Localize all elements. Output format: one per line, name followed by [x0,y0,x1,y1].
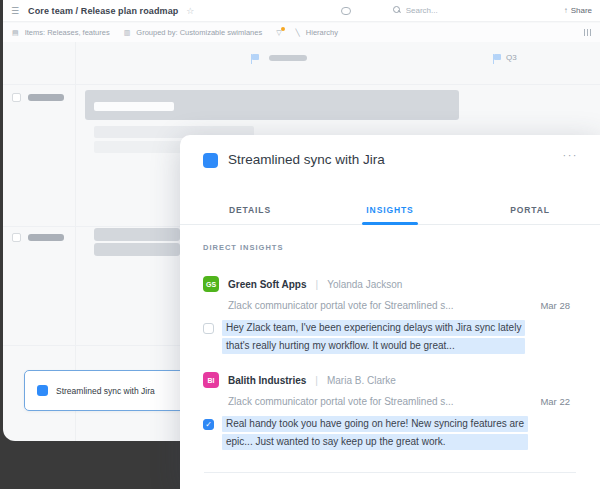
insight-date: Mar 22 [540,396,570,407]
lane-label-placeholder [28,234,64,241]
milestone-flag-icon [252,54,259,60]
modal-body: DIRECT INSIGHTS GS Green Soft Apps | Yol… [180,225,600,489]
feature-icon [37,385,48,396]
modal-footer-divider [204,472,576,473]
insight-date: Mar 28 [540,300,570,311]
top-bar: ☰ Core team / Release plan roadmap ☆ ↑ S… [3,0,600,22]
tab-portal[interactable]: PORTAL [460,197,600,224]
filter-funnel-icon[interactable]: ▽ [276,29,281,37]
insight-message-line: Hey Zlack team, I've been experiencing d… [222,320,525,336]
share-label: Share [571,6,592,15]
insight-item: BI Balith Industries | Maria B. Clarke Z… [203,372,578,450]
insight-checkbox-checked[interactable]: ✓ [203,419,214,430]
feature-card-title: Streamlined sync with Jira [56,386,155,396]
favorite-star-icon[interactable]: ☆ [186,6,194,16]
avatar: GS [203,276,219,292]
breadcrumb[interactable]: Core team / Release plan roadmap [28,6,178,16]
share-button[interactable]: ↑ Share [564,6,592,15]
lane-checkbox[interactable] [12,93,21,102]
grouped-by-icon: ▥ [124,29,131,37]
row-divider [3,84,600,85]
insight-person: Maria B. Clarke [327,375,396,386]
insight-person: Yolanda Jackson [327,279,402,290]
quarter-flag-icon [494,54,501,60]
direct-insights-heading: DIRECT INSIGHTS [203,243,578,252]
search-icon [393,6,402,15]
insight-company: Balith Industries [228,375,306,386]
insight-source: Zlack communicator portal vote for Strea… [228,300,540,311]
items-filter[interactable]: Items: Releases, features [25,28,110,37]
hierarchy-toggle[interactable]: Hierarchy [306,28,338,37]
hamburger-menu-icon[interactable]: ☰ [11,6,19,16]
tab-details[interactable]: DETAILS [180,197,320,224]
feature-icon [203,153,218,168]
insight-message-line: that's really hurting my workflow. It wo… [222,338,525,354]
quarter-label: Q3 [506,53,517,62]
insight-checkbox[interactable] [203,323,214,334]
roadmap-bar[interactable] [94,243,180,256]
screen: ☰ Core team / Release plan roadmap ☆ ↑ S… [0,0,600,489]
modal-tabs: DETAILS INSIGHTS PORTAL [180,197,600,225]
insight-source: Zlack communicator portal vote for Strea… [228,396,540,407]
modal-header: Streamlined sync with Jira ··· [180,135,600,197]
items-icon: ▤ [12,29,19,37]
columns-icon[interactable] [584,29,592,36]
share-icon: ↑ [564,6,568,15]
roadmap-bar-progress [94,102,174,111]
insight-company: Green Soft Apps [228,279,307,290]
more-options-icon[interactable]: ··· [563,149,579,161]
insight-message-line: Real handy took you have going on here! … [222,416,528,432]
insight-message-line: epic... Just wanted to say keep up the g… [222,434,528,450]
lane-checkbox[interactable] [12,233,21,242]
grouped-by-filter[interactable]: Grouped by: Customizable swimlanes [136,28,262,37]
avatar: BI [203,372,219,388]
hierarchy-icon: ╲ [296,29,300,37]
lane-label-placeholder [28,94,64,101]
comments-icon[interactable] [341,7,351,15]
tab-insights[interactable]: INSIGHTS [320,197,460,224]
milestone-placeholder [269,55,307,61]
roadmap-bar[interactable] [94,228,180,241]
insight-item: GS Green Soft Apps | Yolanda Jackson Zla… [203,276,578,354]
modal-title: Streamlined sync with Jira [228,152,385,167]
view-toolbar: ▤ Items: Releases, features ▥ Grouped by… [3,23,600,42]
search-box[interactable] [393,6,476,15]
search-input[interactable] [406,6,476,15]
feature-detail-modal: Streamlined sync with Jira ··· DETAILS I… [180,135,600,489]
filter-active-badge [281,27,285,31]
